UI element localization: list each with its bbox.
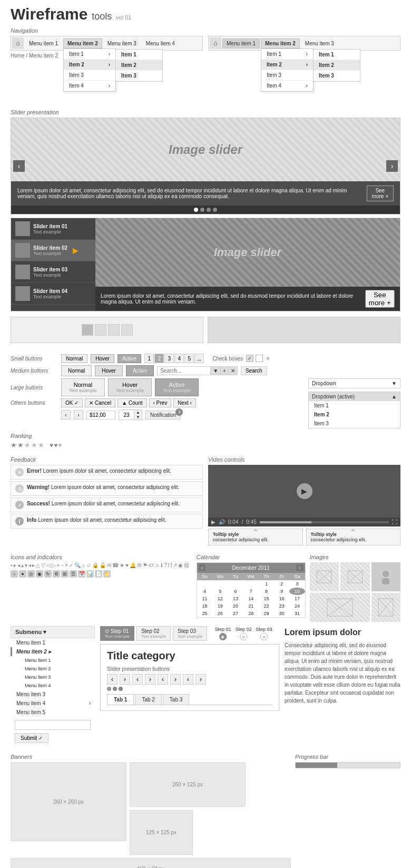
slider-list-item-3[interactable]: Slider item 03 Text example: [11, 261, 95, 283]
dd-item-1[interactable]: Item 1 ›: [64, 49, 115, 60]
cal-day-19[interactable]: 19: [212, 602, 228, 610]
cal-day-18[interactable]: 18: [197, 602, 212, 610]
submenu-item-2[interactable]: Menu item 2 ▸: [11, 647, 95, 656]
spin-up[interactable]: ▲: [136, 410, 140, 415]
small-active-btn[interactable]: Active: [118, 354, 141, 363]
star-3[interactable]: ★: [24, 441, 31, 449]
submenu-item-5[interactable]: Menu item 5: [11, 708, 95, 717]
pg-btn-4[interactable]: 4: [174, 354, 184, 363]
small-normal-btn[interactable]: Normal: [61, 354, 87, 363]
submenu-text-input[interactable]: [15, 720, 91, 730]
submenu-sub-item-4[interactable]: Menu item 4: [19, 681, 95, 690]
cal-day-5[interactable]: 5: [212, 588, 228, 595]
checkbox-1[interactable]: ✓: [246, 355, 253, 362]
ok-btn[interactable]: OK ✓: [61, 398, 83, 407]
tab-1[interactable]: Tab 1: [107, 694, 134, 705]
cal-day-30[interactable]: 30: [274, 610, 289, 617]
cal-cell-3[interactable]: [243, 580, 259, 588]
step-circle-2[interactable]: ○: [240, 633, 247, 640]
notification-btn[interactable]: Notification 3: [145, 411, 181, 420]
submenu-sub-item-3[interactable]: Menu item 3: [19, 673, 95, 681]
step-circle-1[interactable]: ◉: [219, 633, 227, 640]
star-5[interactable]: ★: [38, 441, 44, 449]
search-close-btn[interactable]: ✕: [228, 367, 237, 375]
number-input[interactable]: [119, 411, 134, 419]
dd-sec-item-2[interactable]: Item 2 › Item 1 Item 2 Item 3: [261, 60, 313, 70]
cal-day-20[interactable]: 20: [228, 602, 243, 610]
pg-btn-1[interactable]: 1: [144, 354, 154, 363]
dropdown-select[interactable]: Dropdown ▼: [308, 378, 400, 388]
large-normal-btn[interactable]: Normal Text example: [61, 378, 105, 396]
nav-item-sec-3[interactable]: Menu item 3: [301, 38, 338, 48]
sub-item-1[interactable]: Item 1: [116, 50, 162, 60]
cal-cell-0[interactable]: [197, 580, 212, 588]
cal-day-4[interactable]: 4: [197, 588, 212, 595]
large-active-btn[interactable]: Active Text example: [155, 378, 199, 396]
medium-hover-btn[interactable]: Hover: [95, 365, 123, 376]
cal-day-12[interactable]: 12: [212, 595, 228, 602]
count-btn[interactable]: ▲ Count: [118, 398, 146, 407]
search-input[interactable]: [158, 367, 210, 375]
medium-active-btn[interactable]: Active: [126, 365, 154, 376]
cal-day-11[interactable]: 11: [197, 595, 212, 602]
cal-day-14[interactable]: 14: [243, 595, 259, 602]
cal-day-31[interactable]: 31: [289, 610, 305, 617]
sub-sec-2[interactable]: Item 2: [314, 60, 360, 71]
nav-item-sec-1[interactable]: Menu item 1: [222, 38, 260, 48]
spb-6[interactable]: ›: [170, 674, 181, 685]
dropdown-active-header[interactable]: Dropdown (active) ▲: [309, 392, 400, 401]
slider-see-more[interactable]: See more +: [367, 186, 394, 201]
pg-btn-dots[interactable]: ...: [194, 354, 204, 363]
arrow-right-btn[interactable]: ›: [74, 410, 83, 420]
cal-day-21[interactable]: 21: [243, 602, 259, 610]
nav-item-3[interactable]: Menu item 3: [103, 38, 141, 48]
spb-4[interactable]: ›: [145, 674, 155, 685]
slider-prev-btn[interactable]: ‹: [13, 160, 25, 172]
home-icon[interactable]: ⌂: [12, 37, 24, 49]
slider-dot-4[interactable]: [213, 208, 217, 212]
cal-next-btn[interactable]: ›: [296, 564, 303, 571]
search-icon-btn[interactable]: ▼: [210, 367, 220, 375]
heart-1[interactable]: ♥: [50, 442, 53, 449]
next-btn[interactable]: Next ›: [173, 398, 196, 407]
heart-3[interactable]: ♥: [58, 442, 62, 449]
sub-item-2-active[interactable]: Item 2: [116, 60, 162, 71]
spb-8[interactable]: ›: [195, 674, 206, 685]
star-2[interactable]: ★: [17, 441, 24, 449]
cal-prev-btn[interactable]: ‹: [199, 564, 206, 571]
submenu-item-4[interactable]: Menu item 4 ›: [11, 699, 95, 708]
submenu-sub-item-2[interactable]: Menu item 2: [19, 665, 95, 673]
small-thumb-3[interactable]: [108, 324, 120, 336]
home-icon-2[interactable]: ⌂: [210, 37, 221, 49]
small-thumb-1[interactable]: [82, 324, 93, 336]
star-1[interactable]: ★: [11, 441, 17, 449]
star-4[interactable]: ★: [31, 441, 37, 449]
tab-2[interactable]: Tab 2: [135, 694, 161, 705]
spb-2[interactable]: ›: [120, 674, 130, 685]
spb-7[interactable]: ‹: [183, 674, 193, 685]
video-progress-bar[interactable]: [260, 521, 389, 523]
cal-day-9[interactable]: 9: [274, 588, 289, 595]
pg-btn-5[interactable]: 5: [184, 354, 194, 363]
price-input[interactable]: [86, 411, 115, 420]
slider-list-item-1[interactable]: Slider item 01 Text example: [11, 218, 95, 240]
spb-1[interactable]: ‹: [107, 674, 118, 685]
small-hover-btn[interactable]: Hover: [91, 354, 114, 363]
cal-day-22[interactable]: 22: [259, 602, 274, 610]
tab-3[interactable]: Tab 3: [163, 694, 189, 705]
cal-day-1[interactable]: 1: [259, 580, 274, 588]
cal-day-6[interactable]: 6: [228, 588, 243, 595]
cal-day-2[interactable]: 2: [274, 580, 289, 588]
step-circle-3[interactable]: ○: [260, 633, 268, 640]
dd-sec-item-1[interactable]: Item 1 ›: [261, 49, 313, 60]
arrow-left-btn[interactable]: ‹: [61, 410, 71, 420]
fullscreen-icon[interactable]: ⛶: [392, 519, 397, 525]
cal-day-28[interactable]: 28: [243, 610, 259, 617]
cal-day-27[interactable]: 27: [228, 610, 243, 617]
dropdown-option-3[interactable]: Item 3: [309, 419, 400, 428]
cal-day-25[interactable]: 25: [197, 610, 212, 617]
spb-5[interactable]: ‹: [158, 674, 168, 685]
search-magnify-btn[interactable]: +: [220, 367, 228, 375]
cal-day-16[interactable]: 16: [274, 595, 289, 602]
cal-day-7[interactable]: 7: [243, 588, 259, 595]
